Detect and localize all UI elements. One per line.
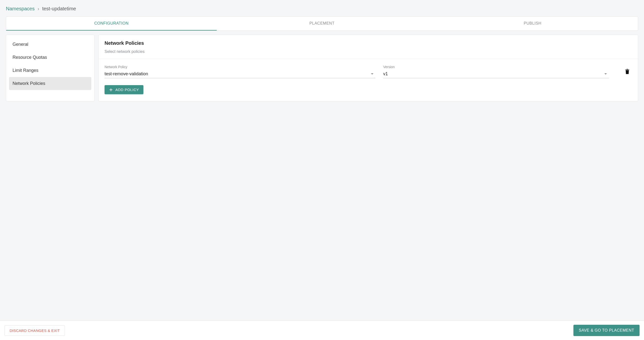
tab-publish[interactable]: PUBLISH [427,17,638,30]
breadcrumb-separator: › [38,6,39,12]
chevron-down-icon [604,73,607,74]
policy-row: Network Policy test-remove-validation Ve… [104,65,632,78]
sidebar-item-resource-quotas[interactable]: Resource Quotas [9,51,91,64]
tab-placement[interactable]: PLACEMENT [217,17,427,30]
network-policy-select[interactable]: test-remove-validation [104,70,376,78]
panel-subtitle: Select network policies [104,50,632,54]
breadcrumb: Namespaces › test-updatetime [6,6,638,12]
network-policy-value: test-remove-validation [104,71,148,76]
tabs-container: CONFIGURATION PLACEMENT PUBLISH [6,16,638,31]
tab-configuration[interactable]: CONFIGURATION [6,17,217,30]
version-select[interactable]: v1 [383,70,609,78]
version-value: v1 [383,71,388,76]
panel-title: Network Policies [104,40,632,46]
main-panel: Network Policies Select network policies… [98,35,638,101]
trash-icon [624,68,630,74]
network-policy-label: Network Policy [104,65,376,69]
plus-icon [109,88,113,92]
config-sidebar: General Resource Quotas Limit Ranges Net… [6,35,94,101]
add-policy-button[interactable]: ADD POLICY [104,85,144,94]
sidebar-item-network-policies[interactable]: Network Policies [9,77,91,90]
add-policy-label: ADD POLICY [115,88,139,92]
sidebar-item-general[interactable]: General [9,38,91,51]
version-label: Version [383,65,609,69]
network-policy-field: Network Policy test-remove-validation [104,65,376,78]
version-field: Version v1 [383,65,609,78]
breadcrumb-parent-link[interactable]: Namespaces [6,6,35,12]
breadcrumb-current: test-updatetime [42,6,76,12]
delete-policy-button[interactable] [622,66,632,77]
sidebar-item-limit-ranges[interactable]: Limit Ranges [9,64,91,77]
chevron-down-icon [371,73,374,74]
